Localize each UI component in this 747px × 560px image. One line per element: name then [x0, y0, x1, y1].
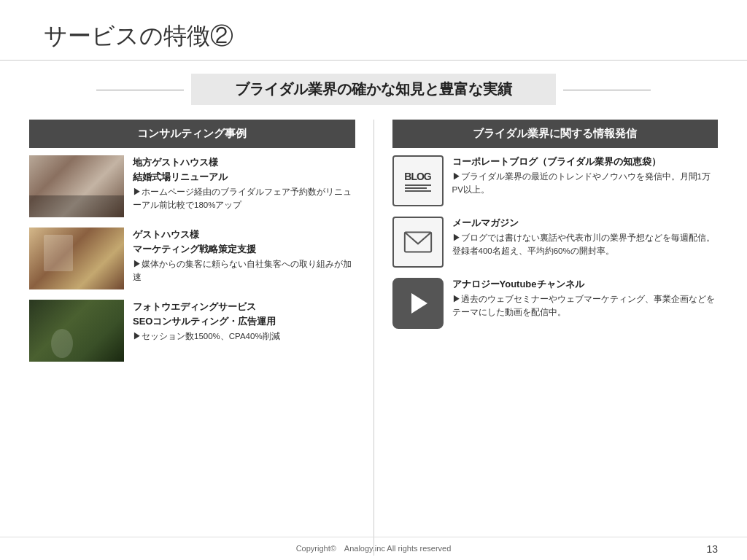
case-title-3: フォトウエディングサービス SEOコンサルティング・広告運用: [133, 300, 355, 328]
info-body-blog: ▶ブライダル業界の最近のトレンドやノウハウを発信中。月間1万PV以上。: [452, 170, 719, 197]
right-column: ブライダル業界に関する情報発信 BLOG コーポレートブログ（ブライダル業界の知…: [392, 120, 719, 556]
info-body-mail: ▶ブログでは書けない裏話や代表市川の業界予想などを毎週配信。登録者400名超え、…: [452, 231, 719, 258]
case-item-1: 地方ゲストハウス様 結婚式場リニューアル ▶ホームページ経由のブライダルフェア予…: [29, 155, 355, 217]
left-column: コンサルティング事例 地方ゲストハウス様 結婚式場リニューアル ▶ホームページ経…: [29, 120, 355, 556]
info-title-mail: メールマガジン: [452, 217, 719, 230]
case-item-2: ゲストハウス様 マーケティング戦略策定支援 ▶媒体からの集客に頼らない自社集客へ…: [29, 228, 355, 289]
case-image-2: [29, 228, 124, 289]
case-title-1: 地方ゲストハウス様 結婚式場リニューアル: [133, 155, 355, 184]
case-text-2: ゲストハウス様 マーケティング戦略策定支援 ▶媒体からの集客に頼らない自社集客へ…: [133, 228, 355, 284]
subtitle-bar: ブライダル業界の確かな知見と豊富な実績: [191, 74, 556, 105]
info-item-youtube: アナロジーYoutubeチャンネル ▶過去のウェブセミナーやウェブマーケティング…: [392, 278, 719, 329]
page-title: サービスの特徴②: [0, 0, 747, 61]
case-image-3: [29, 300, 124, 362]
youtube-icon: [392, 278, 444, 329]
page-number: 13: [706, 543, 718, 555]
mail-svg: [403, 231, 433, 253]
blog-lines: [405, 184, 431, 192]
info-title-blog: コーポレートブログ（ブライダル業界の知恵袋）: [452, 155, 719, 168]
info-text-blog: コーポレートブログ（ブライダル業界の知恵袋） ▶ブライダル業界の最近のトレンドや…: [452, 155, 719, 197]
mail-icon: [392, 217, 444, 268]
column-divider: [374, 120, 374, 556]
left-column-header: コンサルティング事例: [29, 120, 355, 148]
case-image-1: [29, 155, 124, 217]
case-body-1: ▶ホームページ経由のブライダルフェア予約数がリニューアル前比較で180%アップ: [133, 185, 355, 212]
bottom-bar: Copyright© Analogy.inc All rights reserv…: [0, 537, 747, 560]
info-body-youtube: ▶過去のウェブセミナーやウェブマーケティング、事業企画などをテーマにした動画を配…: [452, 292, 719, 319]
blog-icon: BLOG: [392, 155, 444, 206]
blog-label: BLOG: [404, 171, 430, 182]
case-body-3: ▶セッション数1500%、CPA40%削減: [133, 330, 355, 343]
info-text-youtube: アナロジーYoutubeチャンネル ▶過去のウェブセミナーやウェブマーケティング…: [452, 278, 719, 319]
right-column-header: ブライダル業界に関する情報発信: [392, 120, 719, 148]
info-item-blog: BLOG コーポレートブログ（ブライダル業界の知恵袋） ▶ブライダル業界の最近の…: [392, 155, 719, 206]
case-title-2: ゲストハウス様 マーケティング戦略策定支援: [133, 228, 355, 256]
info-title-youtube: アナロジーYoutubeチャンネル: [452, 278, 719, 291]
subtitle-section: ブライダル業界の確かな知見と豊富な実績: [0, 61, 747, 112]
case-text-1: 地方ゲストハウス様 結婚式場リニューアル ▶ホームページ経由のブライダルフェア予…: [133, 155, 355, 212]
info-item-mail: メールマガジン ▶ブログでは書けない裏話や代表市川の業界予想などを毎週配信。登録…: [392, 217, 719, 268]
main-content: コンサルティング事例 地方ゲストハウス様 結婚式場リニューアル ▶ホームページ経…: [0, 112, 747, 556]
copyright-text: Copyright© Analogy.inc All rights reserv…: [296, 543, 452, 554]
info-text-mail: メールマガジン ▶ブログでは書けない裏話や代表市川の業界予想などを毎週配信。登録…: [452, 217, 719, 258]
case-body-2: ▶媒体からの集客に頼らない自社集客への取り組みが加速: [133, 257, 355, 284]
case-item-3: フォトウエディングサービス SEOコンサルティング・広告運用 ▶セッション数15…: [29, 300, 355, 362]
youtube-play-icon: [411, 293, 427, 314]
case-text-3: フォトウエディングサービス SEOコンサルティング・広告運用 ▶セッション数15…: [133, 300, 355, 343]
